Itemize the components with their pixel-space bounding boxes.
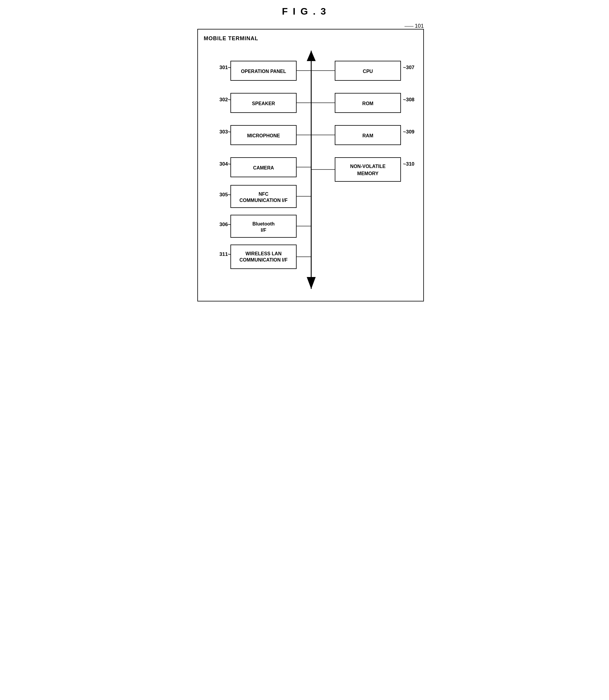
label-wlan-1: WIRELESS LAN <box>245 251 281 256</box>
label-bt-1: Bluetooth <box>252 221 275 227</box>
label-ram: RAM <box>362 133 373 138</box>
fig-title: F I G . 3 <box>186 6 424 17</box>
ref-304: 304~ <box>220 161 231 167</box>
label-nvm-2: MEMORY <box>357 171 379 176</box>
ref-302: 302~ <box>220 97 231 103</box>
ref-308: ~308 <box>403 97 414 103</box>
page-container: F I G . 3 101 MOBILE TERMINAL 301~ OPERA… <box>186 6 424 302</box>
label-nfc-2: COMMUNICATION I/F <box>239 198 288 203</box>
label-nfc-1: NFC <box>258 192 268 197</box>
ref-306: 306~ <box>220 222 231 227</box>
label-bt-2: I/F <box>261 228 266 233</box>
ref-303: 303~ <box>220 129 231 134</box>
label-wlan-2: COMMUNICATION I/F <box>239 257 288 263</box>
diagram-svg: 301~ OPERATION PANEL 302~ SPEAKER 303~ M… <box>204 48 419 292</box>
box-nvm <box>335 158 401 181</box>
label-cpu: CPU <box>363 69 373 74</box>
ref-310: ~310 <box>403 161 414 167</box>
ref-311: 311~ <box>220 251 231 257</box>
label-rom: ROM <box>362 101 373 106</box>
label-microphone: MICROPHONE <box>247 133 280 138</box>
diagram-wrapper: 101 MOBILE TERMINAL 301~ OPERATION PANEL… <box>186 23 424 302</box>
ref-101: 101 <box>404 23 423 29</box>
label-nvm-1: NON-VOLATILE <box>350 164 385 169</box>
ref-305: 305~ <box>220 192 231 197</box>
mobile-terminal-label: MOBILE TERMINAL <box>204 35 417 42</box>
ref-301: 301~ <box>220 65 231 70</box>
ref-307: ~307 <box>403 65 414 70</box>
main-box: MOBILE TERMINAL 301~ OPERATION PANEL 302… <box>197 29 424 302</box>
box-wireless-lan <box>231 245 296 269</box>
ref-309: ~309 <box>403 129 414 134</box>
label-camera: CAMERA <box>253 165 274 170</box>
label-op-panel: OPERATION PANEL <box>241 69 286 74</box>
label-speaker: SPEAKER <box>252 101 275 106</box>
